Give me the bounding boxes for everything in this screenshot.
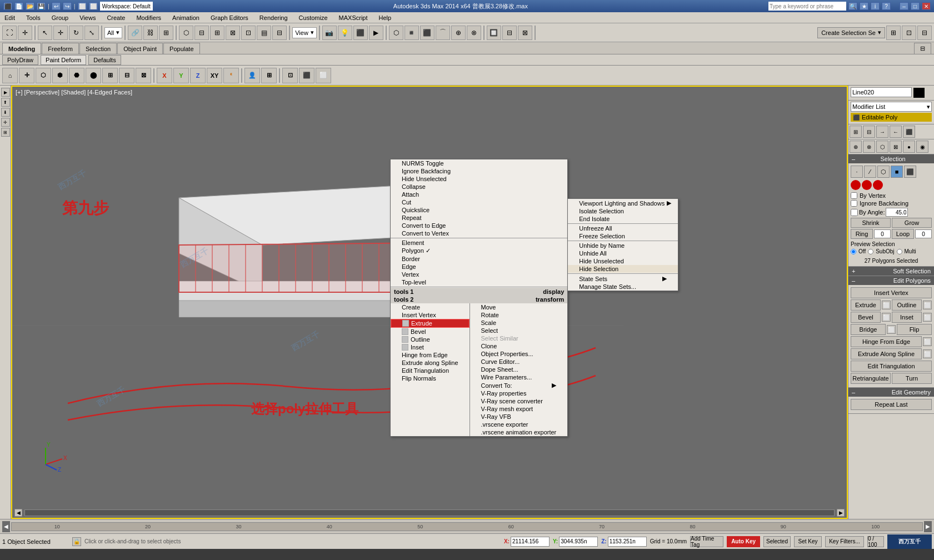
cm-dope-sheet[interactable]: Dope Sheet... [470,366,568,373]
obj-btn[interactable]: ⬛ [353,26,368,40]
tl-left-arrow[interactable]: ◀ [2,521,10,532]
axis-extra1[interactable]: ⊡ [282,68,298,83]
snap-btn[interactable]: 🔲 [487,26,501,40]
small-btn1[interactable]: ⬜ [78,2,87,10]
rp-icon-4[interactable]: ← [890,126,902,138]
axis-widget2[interactable]: ⬢ [52,68,68,83]
autokey-btn[interactable]: Auto Key [727,536,760,547]
axis-y-btn[interactable]: Y [173,68,189,83]
cm-hide-unselected-top[interactable]: Hide Unselected [391,175,567,183]
cm-border[interactable]: Border [391,255,567,263]
menu-help[interactable]: Help [377,14,394,22]
modifier-list-dropdown[interactable]: Modifier List▾ [851,102,932,112]
cm-scale[interactable]: Scale [470,319,568,327]
wire-btn[interactable]: ⬡ [389,26,403,40]
rp-icon-3[interactable]: → [876,126,888,138]
edit-geometry-header[interactable]: – Edit Geometry [848,388,934,397]
cm-quickslice[interactable]: Quickslice [391,206,567,214]
tool-end1[interactable]: ⊞ [886,26,901,40]
selection-header[interactable]: – Selection [848,154,934,163]
cm-vray-props[interactable]: V-Ray properties [470,389,568,397]
cm-hide-unsel2[interactable]: Hide Unselected [568,257,678,265]
menu-tools[interactable]: Tools [24,14,43,22]
preview-off-radio[interactable] [851,249,856,254]
cm-manage-state[interactable]: Manage State Sets... [568,283,678,291]
array-btn[interactable]: ⊞ [210,26,224,40]
tool-btn-2[interactable]: ✛ [18,26,32,40]
tool-scale[interactable]: ⤡ [84,26,99,40]
lt-btn-3[interactable]: ⬇ [1,108,10,117]
subtab-polydraw[interactable]: PolyDraw [2,55,38,65]
sel-mode-1[interactable] [851,180,861,190]
tool-rotate[interactable]: ↻ [69,26,83,40]
rp-icon-5[interactable]: ⬛ [903,126,915,138]
color-swatch[interactable] [913,88,925,98]
ep-outline-btn[interactable]: Outline [892,299,922,311]
axis-widget5[interactable]: ⊞ [102,68,118,83]
add-time-btn[interactable]: Add Time Tag [690,536,723,547]
lt-btn-1[interactable]: ▶ [1,88,10,97]
cm-outline[interactable]: Outline [391,336,470,343]
ep-outline-settings[interactable]: ⬜ [923,301,932,309]
axis-x-btn[interactable]: X [157,68,172,83]
menu-modifiers[interactable]: Modifiers [134,14,163,22]
cm-create[interactable]: Create [391,303,470,311]
bookmark-btn[interactable]: ★ [860,2,868,10]
create-selection-btn[interactable]: Create Selection Se▾ [817,27,885,38]
app-icon-btn[interactable]: ⬛ [3,2,12,10]
cm-isolate[interactable]: Isolate Selection [568,207,678,215]
tool-extra[interactable]: ⊕ [451,26,466,40]
axis-widget3[interactable]: ⬣ [69,68,84,83]
editable-poly-item[interactable]: ⬛ Editable Poly [851,113,932,122]
viewport[interactable]: [+] [Perspective] [Shaded] [4-Edged Face… [11,86,848,519]
preview-subobj-radio[interactable] [868,249,873,254]
ep-inset-btn[interactable]: Inset [892,312,922,323]
by-angle-cb[interactable] [851,209,858,216]
by-vertex-cb[interactable] [851,192,857,199]
cm-edit-tri[interactable]: Edit Triangulation [391,367,470,374]
object-name-input[interactable] [851,87,912,97]
rp-icon-11[interactable]: ◉ [916,141,928,153]
timeline-scale[interactable] [24,509,835,516]
menu-maxscript[interactable]: MAXScript [337,14,370,22]
cm-freeze-sel[interactable]: Freeze Selection [568,232,678,240]
cm-clone[interactable]: Clone [470,342,568,350]
workspace-dropdown[interactable]: Workspace: Default [100,2,153,11]
eg-repeat-last-btn[interactable]: Repeat Last [851,399,932,410]
link-btn[interactable]: 🔗 [128,26,142,40]
cm-inset[interactable]: Inset [391,343,470,351]
mat-btn[interactable]: ⬛ [420,26,434,40]
cm-unfreeze-all[interactable]: Unfreeze All [568,224,678,232]
preview-multi-radio[interactable] [897,249,902,254]
tool-select[interactable]: ↖ [38,26,52,40]
key-filters-btn[interactable]: Key Filters... [825,536,864,547]
tab-freeform[interactable]: Freeform [42,43,79,54]
axis-special-btn[interactable]: ᵋ [223,68,239,83]
cm-curve-editor[interactable]: Curve Editor... [470,358,568,366]
tl-right-arrow[interactable]: ▶ [924,521,932,532]
vertex-icon[interactable]: · [851,166,863,178]
menu-edit[interactable]: Edit [2,14,17,22]
ep-bridge-settings[interactable]: ⬜ [887,325,896,334]
cm-extrude[interactable]: Extrude [391,319,470,328]
snap3-btn[interactable]: ⊠ [518,26,532,40]
vp-next-btn[interactable]: ▶ [837,509,845,517]
bind-btn[interactable]: ⊞ [159,26,173,40]
cm-wire-params[interactable]: Wire Parameters... [470,373,568,381]
align-btn[interactable]: ⊟ [194,26,209,40]
border-icon[interactable]: ⬡ [877,166,890,178]
ep-edit-tri-btn[interactable]: Edit Triangulation [851,361,932,372]
by-angle-input[interactable] [886,208,908,217]
cm-repeat[interactable]: Repeat [391,214,567,222]
mirror-btn[interactable]: ⬡ [179,26,193,40]
save-btn[interactable]: 💾 [37,2,46,10]
rp-icon-2[interactable]: ⊟ [863,126,875,138]
close-btn[interactable]: ✕ [922,2,931,10]
cm-vrscene[interactable]: .vrscene exporter [470,421,568,428]
cm-vertex[interactable]: Vertex [391,271,567,278]
camera-btn[interactable]: 📷 [322,26,337,40]
axis-widget7[interactable]: ⊠ [136,68,151,83]
ep-extrude-spline-btn[interactable]: Extrude Along Spline [851,348,922,359]
cm-hide-sel[interactable]: Hide Selection [568,265,678,273]
rp-icon-9[interactable]: ⊠ [890,141,902,153]
